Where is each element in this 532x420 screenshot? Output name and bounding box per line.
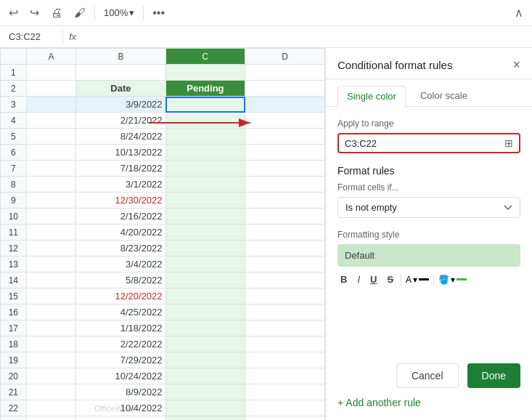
cell-a[interactable] (26, 272, 76, 288)
cell-pending[interactable] (165, 368, 245, 384)
col-header-c[interactable]: C (165, 49, 245, 65)
cell-d[interactable] (245, 336, 325, 352)
cell-pending[interactable] (165, 161, 245, 177)
cell-a[interactable] (26, 225, 76, 241)
cell-d[interactable] (245, 400, 325, 416)
cell-a[interactable] (26, 81, 76, 97)
strikethrough-button[interactable]: S (384, 272, 396, 286)
cell-reference-input[interactable] (6, 30, 57, 44)
col-header-d[interactable]: D (245, 49, 325, 65)
cell-d[interactable] (245, 320, 325, 336)
cell-a[interactable] (26, 161, 76, 177)
more-options-button[interactable]: ••• (150, 5, 168, 21)
cell-a[interactable] (26, 257, 76, 272)
cell-date[interactable]: 2/21/2022 (76, 113, 165, 129)
cell-d[interactable] (245, 65, 325, 81)
underline-button[interactable]: U (367, 272, 380, 286)
range-input[interactable] (345, 138, 504, 149)
cell-pending[interactable] (165, 416, 245, 421)
cell-date[interactable]: 10/13/2022 (76, 145, 165, 161)
cell-a[interactable] (26, 368, 76, 384)
cell-pending[interactable] (165, 113, 245, 129)
cell-d[interactable] (245, 257, 325, 272)
cell-pending[interactable] (165, 129, 245, 145)
cell-a[interactable] (26, 384, 76, 400)
cell-d[interactable] (245, 241, 325, 257)
cell-date[interactable]: Date (76, 81, 165, 97)
cell-a[interactable] (26, 400, 76, 416)
cell-date[interactable]: 1/18/2022 (76, 320, 165, 336)
cell-pending[interactable] (165, 241, 245, 257)
cell-d[interactable] (245, 145, 325, 161)
text-color-button[interactable]: A ▾ (406, 275, 429, 285)
cell-date[interactable]: 8/23/2022 (76, 241, 165, 257)
cell-pending[interactable] (165, 257, 245, 272)
italic-button[interactable]: I (354, 272, 363, 286)
cell-a[interactable] (26, 304, 76, 320)
cell-a[interactable] (26, 129, 76, 145)
cell-date[interactable]: 4/25/2022 (76, 304, 165, 320)
cell-date[interactable]: 3/9/2022 (76, 97, 165, 113)
cell-a[interactable] (26, 65, 76, 81)
undo-button[interactable]: ↩ (6, 4, 21, 21)
cell-pending[interactable] (165, 272, 245, 288)
cell-pending[interactable]: Pending (165, 81, 245, 97)
cell-d[interactable] (245, 97, 325, 113)
done-button[interactable]: Done (467, 363, 520, 388)
cell-a[interactable] (26, 177, 76, 193)
cell-d[interactable] (245, 352, 325, 368)
cell-d[interactable] (245, 272, 325, 288)
cell-d[interactable] (245, 416, 325, 421)
cell-date[interactable]: 2/16/2022 (76, 209, 165, 225)
cell-d[interactable] (245, 384, 325, 400)
cell-date[interactable]: 12/30/2022 (76, 193, 165, 209)
cell-pending[interactable] (165, 193, 245, 209)
cell-date[interactable]: 7/18/2022 (76, 161, 165, 177)
cell-date[interactable]: 2/22/2022 (76, 336, 165, 352)
redo-button[interactable]: ↪ (27, 4, 42, 21)
paint-format-button[interactable]: 🖌 (71, 5, 89, 21)
cell-a[interactable] (26, 193, 76, 209)
cell-date[interactable]: 7/29/2022 (76, 352, 165, 368)
cell-a[interactable] (26, 320, 76, 336)
cell-pending[interactable] (165, 97, 245, 113)
cell-date[interactable]: 3/1/2022 (76, 177, 165, 193)
cell-d[interactable] (245, 113, 325, 129)
collapse-panel-button[interactable]: ∧ (512, 4, 526, 21)
col-header-a[interactable]: A (26, 49, 76, 65)
cell-date[interactable]: 10/24/2022 (76, 368, 165, 384)
cell-date[interactable]: 12/20/2022 (76, 288, 165, 304)
cell-d[interactable] (245, 368, 325, 384)
add-another-rule-button[interactable]: + Add another rule (326, 388, 532, 408)
cell-pending[interactable] (165, 400, 245, 416)
cell-pending[interactable] (165, 336, 245, 352)
cell-pending[interactable] (165, 145, 245, 161)
cell-date[interactable]: 4/20/2022 (76, 225, 165, 241)
cell-a[interactable] (26, 113, 76, 129)
cell-date[interactable]: 5/8/2022 (76, 272, 165, 288)
format-condition-select[interactable]: Is not empty Is empty Text contains Grea… (337, 197, 520, 218)
cell-a[interactable] (26, 288, 76, 304)
cell-pending[interactable] (165, 209, 245, 225)
bold-button[interactable]: B (337, 272, 350, 286)
cell-pending[interactable] (165, 225, 245, 241)
cell-date[interactable] (76, 416, 165, 421)
cell-d[interactable] (245, 129, 325, 145)
cell-pending[interactable] (165, 384, 245, 400)
cell-d[interactable] (245, 288, 325, 304)
cell-pending[interactable] (165, 352, 245, 368)
cell-d[interactable] (245, 193, 325, 209)
fill-color-button[interactable]: 🪣 ▾ (438, 275, 467, 285)
cell-a[interactable] (26, 145, 76, 161)
cancel-button[interactable]: Cancel (396, 363, 459, 388)
cell-pending[interactable] (165, 65, 245, 81)
cell-pending[interactable] (165, 304, 245, 320)
cell-d[interactable] (245, 304, 325, 320)
cell-date[interactable]: 8/24/2022 (76, 129, 165, 145)
cell-d[interactable] (245, 225, 325, 241)
cell-date[interactable] (76, 65, 165, 81)
col-header-b[interactable]: B (76, 49, 165, 65)
cell-a[interactable] (26, 336, 76, 352)
cell-date[interactable]: 8/9/2022 (76, 384, 165, 400)
cell-a[interactable] (26, 97, 76, 113)
